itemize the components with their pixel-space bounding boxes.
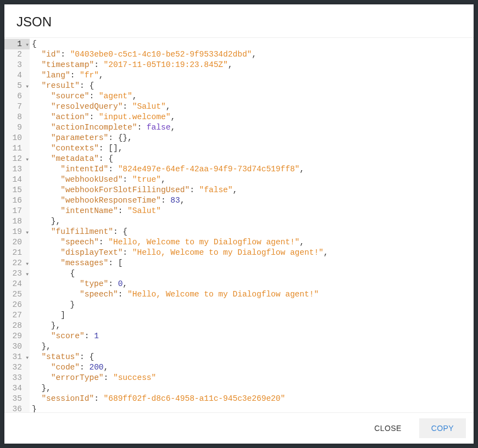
code-line: }, (32, 341, 474, 352)
code-line: "parameters": {}, (32, 133, 474, 143)
code-area[interactable]: { "id": "0403ebe0-c5c1-4c10-be52-9f95334… (30, 38, 474, 412)
code-line: "messages": [ (32, 258, 474, 268)
code-line: "webhookUsed": "true", (32, 175, 474, 185)
fold-toggle-icon[interactable]: ▼ (26, 154, 29, 164)
code-line: "contexts": [], (32, 143, 474, 154)
code-line: "webhookForSlotFillingUsed": "false", (32, 185, 474, 195)
code-line: }, (32, 383, 474, 394)
gutter-line: 23▼ (4, 268, 30, 279)
code-line: } (32, 300, 474, 310)
gutter-line: 35 (4, 394, 30, 404)
code-line: "metadata": { (32, 154, 474, 164)
gutter-line: 7 (4, 102, 30, 112)
gutter-line: 4 (4, 70, 30, 81)
gutter-line: 10 (4, 133, 30, 143)
code-line: } (32, 404, 474, 412)
code-line: "intentName": "Salut" (32, 206, 474, 216)
code-line: "id": "0403ebe0-c5c1-4c10-be52-9f95334d2… (32, 49, 474, 60)
gutter-line: 18 (4, 216, 30, 227)
code-line: "type": 0, (32, 279, 474, 289)
gutter-line: 16 (4, 195, 30, 206)
fold-toggle-icon[interactable]: ▼ (26, 352, 29, 362)
code-line: "status": { (32, 352, 474, 362)
gutter-line: 32 (4, 362, 30, 373)
gutter-line: 36 (4, 404, 30, 412)
code-line: "intentId": "824e497e-64ef-42aa-94f9-73d… (32, 164, 474, 175)
code-line: "score": 1 (32, 331, 474, 341)
code-line: "sessionId": "689ff02f-d8c6-4958-a11c-94… (32, 394, 474, 404)
gutter-line: 15 (4, 185, 30, 195)
fold-toggle-icon[interactable]: ▼ (26, 268, 29, 279)
gutter-line: 14 (4, 175, 30, 185)
code-editor[interactable]: 1▼2345▼6789101112▼13141516171819▼202122▼… (4, 37, 474, 412)
code-line: "lang": "fr", (32, 70, 474, 81)
gutter-line: 24 (4, 279, 30, 289)
code-line: "result": { (32, 81, 474, 91)
code-line: }, (32, 216, 474, 227)
gutter-line: 1▼ (4, 39, 30, 49)
gutter-line: 30 (4, 341, 30, 352)
gutter-line: 20 (4, 237, 30, 248)
code-line: "displayText": "Hello, Welcome to my Dia… (32, 248, 474, 258)
gutter-line: 34 (4, 383, 30, 394)
code-line: "code": 200, (32, 362, 474, 373)
code-line: "actionIncomplete": false, (32, 122, 474, 133)
dialog-header: JSON (4, 4, 474, 37)
code-line: "resolvedQuery": "Salut", (32, 102, 474, 112)
gutter-line: 3 (4, 60, 30, 70)
code-line: "speech": "Hello, Welcome to my Dialogfl… (32, 237, 474, 248)
gutter-line: 28 (4, 321, 30, 331)
code-line: "fulfillment": { (32, 227, 474, 237)
copy-button[interactable]: COPY (419, 418, 466, 438)
gutter-line: 17 (4, 206, 30, 216)
fold-toggle-icon[interactable]: ▼ (26, 39, 29, 49)
gutter-line: 25 (4, 289, 30, 300)
code-line: ] (32, 310, 474, 321)
gutter-line: 5▼ (4, 81, 30, 91)
gutter-line: 13 (4, 164, 30, 175)
gutter-line: 27 (4, 310, 30, 321)
code-line: { (32, 268, 474, 279)
code-line: "errorType": "success" (32, 373, 474, 383)
gutter-line: 22▼ (4, 258, 30, 268)
json-dialog: JSON 1▼2345▼6789101112▼13141516171819▼20… (4, 4, 474, 444)
fold-toggle-icon[interactable]: ▼ (26, 227, 29, 237)
fold-toggle-icon[interactable]: ▼ (26, 258, 29, 268)
gutter-line: 11 (4, 143, 30, 154)
code-line: }, (32, 321, 474, 331)
gutter-line: 29 (4, 331, 30, 341)
code-line: "webhookResponseTime": 83, (32, 195, 474, 206)
close-button[interactable]: CLOSE (362, 418, 413, 438)
gutter-line: 9 (4, 122, 30, 133)
gutter-line: 26 (4, 300, 30, 310)
dialog-footer: CLOSE COPY (4, 412, 474, 444)
line-gutter: 1▼2345▼6789101112▼13141516171819▼202122▼… (4, 38, 30, 412)
gutter-line: 19▼ (4, 227, 30, 237)
gutter-line: 8 (4, 112, 30, 122)
gutter-line: 31▼ (4, 352, 30, 362)
gutter-line: 33 (4, 373, 30, 383)
code-line: { (32, 39, 474, 49)
gutter-line: 2 (4, 49, 30, 60)
code-line: "speech": "Hello, Welcome to my Dialogfl… (32, 289, 474, 300)
code-line: "timestamp": "2017-11-05T10:19:23.845Z", (32, 60, 474, 70)
dialog-title: JSON (16, 14, 462, 30)
gutter-line: 6 (4, 91, 30, 102)
fold-toggle-icon[interactable]: ▼ (26, 81, 29, 91)
gutter-line: 12▼ (4, 154, 30, 164)
gutter-line: 21 (4, 248, 30, 258)
code-line: "source": "agent", (32, 91, 474, 102)
code-line: "action": "input.welcome", (32, 112, 474, 122)
